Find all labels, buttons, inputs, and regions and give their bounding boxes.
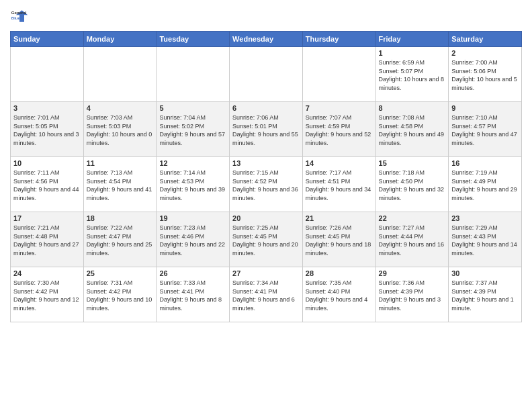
calendar-week-row: 3Sunrise: 7:01 AM Sunset: 5:05 PM Daylig… (11, 102, 522, 157)
day-number: 13 (232, 159, 300, 167)
day-number: 18 (87, 214, 154, 222)
day-info: Sunrise: 6:59 AM Sunset: 5:07 PM Dayligh… (379, 58, 446, 92)
calendar-cell: 12Sunrise: 7:14 AM Sunset: 4:53 PM Dayli… (157, 157, 230, 212)
day-number: 4 (87, 104, 154, 112)
day-number: 2 (451, 49, 519, 57)
logo: General Blue (10, 7, 32, 26)
day-number: 21 (306, 214, 373, 222)
col-header-wednesday: Wednesday (230, 32, 303, 47)
day-info: Sunrise: 7:34 AM Sunset: 4:41 PM Dayligh… (232, 279, 300, 312)
calendar-cell: 19Sunrise: 7:23 AM Sunset: 4:46 PM Dayli… (157, 212, 230, 267)
day-info: Sunrise: 7:22 AM Sunset: 4:47 PM Dayligh… (87, 224, 154, 257)
day-info: Sunrise: 7:30 AM Sunset: 4:42 PM Dayligh… (13, 279, 81, 312)
day-info: Sunrise: 7:00 AM Sunset: 5:06 PM Dayligh… (451, 58, 519, 92)
calendar-cell: 7Sunrise: 7:07 AM Sunset: 4:59 PM Daylig… (302, 102, 375, 157)
day-info: Sunrise: 7:37 AM Sunset: 4:39 PM Dayligh… (451, 279, 519, 312)
calendar-cell: 8Sunrise: 7:08 AM Sunset: 4:58 PM Daylig… (375, 102, 449, 157)
day-number: 12 (159, 159, 226, 167)
day-info: Sunrise: 7:13 AM Sunset: 4:54 PM Dayligh… (87, 169, 154, 202)
calendar-cell: 4Sunrise: 7:03 AM Sunset: 5:03 PM Daylig… (83, 102, 157, 157)
header: General Blue (10, 7, 522, 26)
calendar-cell: 1Sunrise: 6:59 AM Sunset: 5:07 PM Daylig… (375, 47, 449, 102)
calendar-cell: 30Sunrise: 7:37 AM Sunset: 4:39 PM Dayli… (449, 267, 522, 322)
day-number: 25 (87, 269, 154, 277)
calendar-cell: 11Sunrise: 7:13 AM Sunset: 4:54 PM Dayli… (83, 157, 157, 212)
calendar-cell: 14Sunrise: 7:17 AM Sunset: 4:51 PM Dayli… (302, 157, 375, 212)
day-info: Sunrise: 7:21 AM Sunset: 4:48 PM Dayligh… (13, 224, 81, 257)
day-number: 27 (232, 269, 300, 277)
calendar-cell: 21Sunrise: 7:26 AM Sunset: 4:45 PM Dayli… (302, 212, 375, 267)
calendar-cell: 28Sunrise: 7:35 AM Sunset: 4:40 PM Dayli… (302, 267, 375, 322)
day-number: 30 (451, 269, 519, 277)
day-number: 22 (379, 214, 446, 222)
day-number: 14 (306, 159, 373, 167)
day-number: 29 (379, 269, 446, 277)
day-info: Sunrise: 7:18 AM Sunset: 4:50 PM Dayligh… (379, 169, 446, 202)
day-info: Sunrise: 7:31 AM Sunset: 4:42 PM Dayligh… (87, 279, 154, 312)
day-info: Sunrise: 7:01 AM Sunset: 5:05 PM Dayligh… (13, 113, 81, 147)
calendar-week-row: 10Sunrise: 7:11 AM Sunset: 4:56 PM Dayli… (11, 157, 522, 212)
calendar-cell: 27Sunrise: 7:34 AM Sunset: 4:41 PM Dayli… (230, 267, 303, 322)
day-number: 15 (379, 159, 446, 167)
calendar-cell: 26Sunrise: 7:33 AM Sunset: 4:41 PM Dayli… (157, 267, 230, 322)
col-header-sunday: Sunday (11, 32, 84, 47)
calendar-cell (230, 47, 303, 102)
calendar-cell: 17Sunrise: 7:21 AM Sunset: 4:48 PM Dayli… (11, 212, 84, 267)
page-container: General Blue SundayMondayTuesdayWednesda… (0, 0, 532, 329)
day-info: Sunrise: 7:06 AM Sunset: 5:01 PM Dayligh… (232, 113, 300, 147)
calendar-cell: 9Sunrise: 7:10 AM Sunset: 4:57 PM Daylig… (449, 102, 522, 157)
calendar-cell (83, 47, 157, 102)
calendar-cell (157, 47, 230, 102)
calendar-header-row: SundayMondayTuesdayWednesdayThursdayFrid… (11, 32, 522, 47)
col-header-monday: Monday (83, 32, 157, 47)
day-number: 7 (306, 104, 373, 112)
day-info: Sunrise: 7:04 AM Sunset: 5:02 PM Dayligh… (159, 113, 226, 147)
calendar-cell: 29Sunrise: 7:36 AM Sunset: 4:39 PM Dayli… (375, 267, 449, 322)
day-number: 1 (379, 49, 446, 57)
calendar-cell: 13Sunrise: 7:15 AM Sunset: 4:52 PM Dayli… (230, 157, 303, 212)
day-info: Sunrise: 7:36 AM Sunset: 4:39 PM Dayligh… (379, 279, 446, 312)
day-info: Sunrise: 7:27 AM Sunset: 4:44 PM Dayligh… (379, 224, 446, 257)
day-info: Sunrise: 7:19 AM Sunset: 4:49 PM Dayligh… (451, 169, 519, 202)
svg-text:Blue: Blue (11, 15, 21, 20)
calendar-cell: 16Sunrise: 7:19 AM Sunset: 4:49 PM Dayli… (449, 157, 522, 212)
day-number: 10 (13, 159, 81, 167)
day-info: Sunrise: 7:15 AM Sunset: 4:52 PM Dayligh… (232, 169, 300, 202)
calendar-cell: 20Sunrise: 7:25 AM Sunset: 4:45 PM Dayli… (230, 212, 303, 267)
day-info: Sunrise: 7:35 AM Sunset: 4:40 PM Dayligh… (306, 279, 373, 312)
calendar-cell (302, 47, 375, 102)
day-info: Sunrise: 7:07 AM Sunset: 4:59 PM Dayligh… (306, 113, 373, 147)
calendar-cell: 3Sunrise: 7:01 AM Sunset: 5:05 PM Daylig… (11, 102, 84, 157)
day-number: 28 (306, 269, 373, 277)
calendar-cell: 24Sunrise: 7:30 AM Sunset: 4:42 PM Dayli… (11, 267, 84, 322)
calendar-week-row: 24Sunrise: 7:30 AM Sunset: 4:42 PM Dayli… (11, 267, 522, 322)
day-info: Sunrise: 7:26 AM Sunset: 4:45 PM Dayligh… (306, 224, 373, 257)
day-number: 19 (159, 214, 226, 222)
day-number: 9 (451, 104, 519, 112)
day-info: Sunrise: 7:23 AM Sunset: 4:46 PM Dayligh… (159, 224, 226, 257)
svg-text:General: General (11, 10, 27, 15)
day-info: Sunrise: 7:17 AM Sunset: 4:51 PM Dayligh… (306, 169, 373, 202)
calendar-cell: 6Sunrise: 7:06 AM Sunset: 5:01 PM Daylig… (230, 102, 303, 157)
day-number: 20 (232, 214, 300, 222)
day-number: 11 (87, 159, 154, 167)
calendar-table: SundayMondayTuesdayWednesdayThursdayFrid… (10, 31, 522, 322)
calendar-cell: 23Sunrise: 7:29 AM Sunset: 4:43 PM Dayli… (449, 212, 522, 267)
day-number: 24 (13, 269, 81, 277)
logo-icon: General Blue (10, 7, 29, 26)
day-info: Sunrise: 7:10 AM Sunset: 4:57 PM Dayligh… (451, 113, 519, 147)
day-info: Sunrise: 7:33 AM Sunset: 4:41 PM Dayligh… (159, 279, 226, 312)
calendar-cell: 2Sunrise: 7:00 AM Sunset: 5:06 PM Daylig… (449, 47, 522, 102)
calendar-cell (11, 47, 84, 102)
day-number: 17 (13, 214, 81, 222)
calendar-cell: 22Sunrise: 7:27 AM Sunset: 4:44 PM Dayli… (375, 212, 449, 267)
day-number: 16 (451, 159, 519, 167)
day-number: 8 (379, 104, 446, 112)
day-info: Sunrise: 7:11 AM Sunset: 4:56 PM Dayligh… (13, 169, 81, 202)
day-number: 26 (159, 269, 226, 277)
col-header-thursday: Thursday (302, 32, 375, 47)
day-info: Sunrise: 7:25 AM Sunset: 4:45 PM Dayligh… (232, 224, 300, 257)
col-header-saturday: Saturday (449, 32, 522, 47)
day-number: 6 (232, 104, 300, 112)
calendar-week-row: 1Sunrise: 6:59 AM Sunset: 5:07 PM Daylig… (11, 47, 522, 102)
